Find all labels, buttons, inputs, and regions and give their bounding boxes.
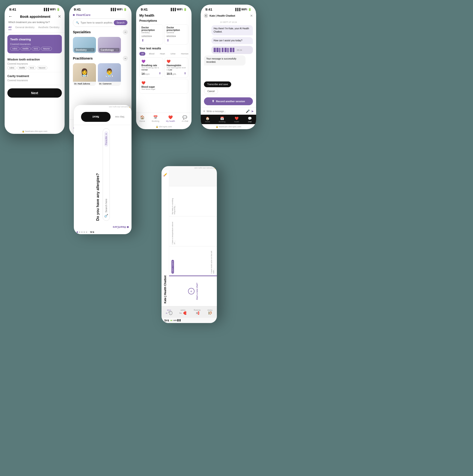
nav-home-3[interactable]: 🏠 Home: [140, 115, 145, 122]
filter-all[interactable]: All: [139, 52, 145, 56]
chat-nav-home[interactable]: 🏠 Home: [205, 117, 210, 123]
cardiology-arrow-icon: →: [116, 49, 118, 51]
transcribe-button[interactable]: Transcribe and save: [204, 82, 231, 87]
home-label-3: Home: [140, 120, 145, 122]
booking-icon-3: 📅: [153, 115, 158, 119]
haemoglobin-name: Haemoglobin: [167, 64, 186, 67]
chat-list-title: Kate | Health Chatbot: [164, 275, 167, 303]
send-button[interactable]: ➤: [251, 109, 254, 113]
test-results-section: Your test results All Blood Heart Urine …: [139, 47, 188, 94]
tag-neuron: Neuron: [41, 47, 52, 51]
phone-book-appointment: 9:41 ▐▐▐ WiFi 🔋 ← Book appointment ✕ Whi…: [5, 5, 65, 134]
status-time-6: 9:41: [205, 7, 212, 11]
dot-5: [86, 231, 87, 233]
tab-aesthetic-dentistry[interactable]: Aesthetic Dentistry: [38, 26, 60, 30]
chat-preview-2: I have a temperature above 37....: [171, 218, 176, 244]
tag-metlife-2: Metlife: [17, 66, 27, 70]
p5-nav-aichat[interactable]: 💬 AI Chat: [164, 309, 174, 315]
p5-nav-myhealth[interactable]: ❤️ My health: [177, 309, 188, 315]
status-icons-6: ▐▐▐ WiFi 🔋: [235, 8, 252, 11]
msg-2: How can I assist you today?: [211, 37, 253, 44]
filter-urine[interactable]: Urine: [169, 52, 177, 56]
nav-booking-3[interactable]: 📅 Booking: [152, 115, 159, 122]
record-button[interactable]: 🎙 Record another session: [204, 97, 253, 105]
home-icon-5: 🏠: [208, 311, 212, 315]
treatment-row-3[interactable]: Cavity treatment Covered insurances: [7, 72, 62, 85]
filter-heart[interactable]: Heart: [158, 52, 167, 56]
wifi-icon: WiFi: [50, 8, 56, 11]
chat-nav-aichat[interactable]: 💬 chat: [248, 117, 252, 123]
tab-general-dentistry[interactable]: General dentistry: [15, 26, 34, 30]
subtitle-text: Which treatment you are looking for?: [5, 21, 65, 26]
action-buttons: Transcribe and save Cancel: [201, 81, 256, 95]
share-button-1[interactable]: ⬆: [141, 38, 144, 42]
haemoglobin-share[interactable]: ⬆: [184, 72, 186, 75]
filter-hormone[interactable]: Hormone: [179, 52, 188, 56]
speciality-dentistry[interactable]: Dentistry →: [73, 37, 96, 53]
practitioners-arrow[interactable]: →: [123, 56, 128, 61]
treatment-name-3: Cavity treatment: [7, 74, 62, 78]
breathing-icon: 💜: [141, 60, 161, 63]
search-icon-4: 🔍: [104, 214, 108, 218]
bloodsugar-name: Blood sugar: [141, 85, 186, 88]
bottom-nav-3: 🏠 Home 📅 Booking ❤️ My health 💬 AI chat: [136, 113, 191, 124]
chat-nav-health[interactable]: ❤️ health: [234, 117, 239, 123]
share-button-2[interactable]: ⬆: [167, 38, 169, 42]
prescriptions-section: Prescriptions Doctor prescription Dentis…: [139, 19, 188, 45]
mic-button[interactable]: 🎤: [246, 109, 250, 113]
signal-icon-6: ▐▐▐: [235, 8, 240, 11]
search-button[interactable]: Search: [114, 20, 127, 25]
specialities-arrow[interactable]: →: [123, 30, 128, 34]
close-button[interactable]: ✕: [58, 14, 61, 19]
p5-nav-home[interactable]: 🏠 Home: [206, 309, 214, 315]
haemoglobin-value: 10.5: [167, 72, 172, 75]
status-icons-1: ▐▐▐ WiFi 🔋: [43, 8, 60, 11]
practitioner-2[interactable]: 👨‍⚕️ Dr. Cameron: [98, 63, 121, 86]
chat-item-3[interactable]: My baby is vomiting frequently....: [169, 186, 217, 216]
treatment-selected[interactable]: Teeth cleaning Covered insurances Adnic …: [7, 35, 62, 53]
bloodsugar-icon: ❤️: [141, 81, 186, 85]
treatment-row-2[interactable]: Wisdom tooth extraction Covered insuranc…: [7, 56, 62, 72]
prescription-date-1: 12/02/2024: [141, 35, 161, 37]
chat-nav-booking[interactable]: 📅 Booking: [219, 117, 225, 123]
tab-all[interactable]: All: [8, 26, 12, 30]
chat-preview-1: I have tooth ache on the left side....: [210, 248, 215, 274]
test-breathing: 💜 Breathing rate Your breathing rate is …: [139, 57, 163, 78]
compose-icon[interactable]: ✏️: [163, 173, 167, 177]
next-button-4[interactable]: Next: [81, 112, 111, 122]
nav-myhealth-3[interactable]: ❤️ My health: [166, 115, 175, 122]
practitioner-1[interactable]: 👩‍⚕️ Dr. Hadi Zakona: [73, 63, 96, 86]
chat-item-1[interactable]: LAST 7 DAYS I have tooth ache on the lef…: [169, 246, 217, 276]
brand-dot-icon: [73, 14, 75, 16]
filter-blood[interactable]: Blood: [147, 52, 156, 56]
back-button[interactable]: ←: [8, 14, 13, 19]
nav-aichat-3[interactable]: 💬 AI chat: [182, 115, 188, 122]
status-icons-2: ▐▐▐ WiFi 🔋: [110, 8, 127, 11]
tabs-row: All General dentistry Aesthetic Dentistr…: [5, 26, 65, 33]
p5-nav-booking[interactable]: 📅 Booking: [192, 309, 202, 315]
chat-close-button[interactable]: ✕: [250, 14, 253, 17]
health-label-6: health: [234, 121, 239, 123]
allergy-search-input[interactable]: [105, 148, 107, 213]
skip-link[interactable]: Skip now: [115, 116, 125, 118]
chat-preview-3: My baby is vomiting frequently....: [171, 188, 176, 214]
search-input[interactable]: [81, 21, 112, 24]
new-chat-item[interactable]: + Start a new chat?: [169, 276, 217, 306]
chat-item-2[interactable]: I have a temperature above 37....: [169, 216, 217, 246]
website-footer-3: 🔒 clini-sync.com: [136, 124, 191, 129]
prescription-type-1: Doctor prescription: [141, 26, 161, 31]
health-label-3: My health: [166, 120, 175, 122]
chat-input[interactable]: [206, 110, 244, 113]
website-footer-6: 🔒 heartcare.clini-sync.com: [201, 124, 256, 129]
tag-close-icon[interactable]: ✕: [105, 133, 107, 135]
plus-button[interactable]: +: [203, 109, 205, 113]
phone-allergies: 9:41 HeartCare Do you have any allergies…: [74, 105, 132, 234]
cancel-button-6[interactable]: Cancel: [204, 89, 218, 94]
speciality-cardiology[interactable]: Cardiology →: [98, 37, 121, 53]
next-button-1[interactable]: Next: [7, 88, 62, 98]
breathing-share[interactable]: ⬆: [159, 72, 161, 75]
kate-avatar: K: [204, 14, 208, 18]
allergy-search: 🔍 Penicillin ✕: [103, 128, 110, 221]
audio-message: ▊▊▌▋▊▌▊▋ 05:24: [211, 46, 253, 54]
phone4-next-area: Next Skip now: [74, 109, 132, 125]
